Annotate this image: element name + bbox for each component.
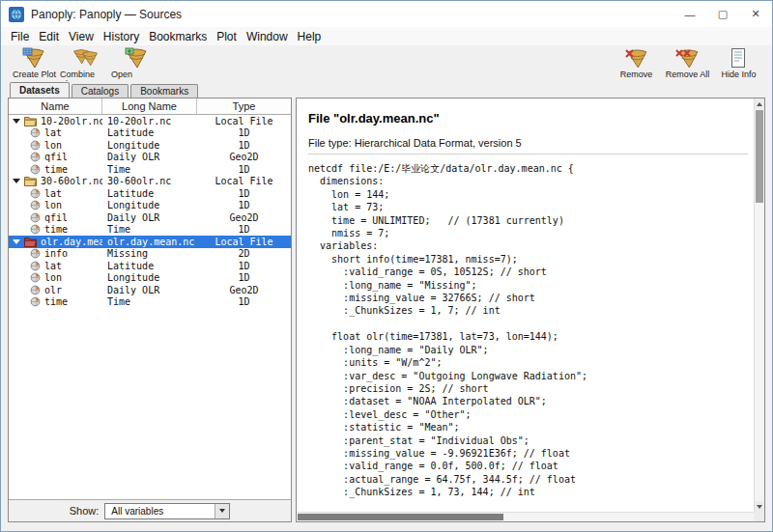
tree-column-headers: NameLong NameType — [9, 98, 291, 115]
menu-window[interactable]: Window — [242, 30, 293, 43]
tree-row-label: lon — [44, 140, 62, 151]
cell-name: olr — [9, 285, 102, 295]
toolbar-right-group: RemoveRemove AllHide Info — [611, 46, 764, 79]
cell-type: 1D — [197, 140, 291, 151]
tree-row-label: 10-20olr.nc — [41, 116, 102, 126]
menu-file[interactable]: File — [6, 30, 34, 43]
cell-name: 10-20olr.nc — [9, 116, 102, 126]
tree-row-label: lat — [44, 127, 62, 138]
tree-row[interactable]: 30-60olr.nc30-60olr.ncLocal File — [9, 176, 291, 188]
column-header-name[interactable]: Name — [9, 98, 102, 114]
tree-row[interactable]: latLatitude1D — [9, 260, 291, 272]
menu-history[interactable]: History — [99, 30, 144, 43]
chevron-down-icon[interactable] — [215, 504, 229, 518]
variable-icon — [30, 164, 41, 175]
cell-long-name: Latitude — [102, 127, 197, 138]
window-controls: — ▢ ✕ — [673, 1, 772, 27]
cell-name: info — [9, 248, 102, 259]
minimize-button[interactable]: — — [673, 1, 706, 27]
menu-bookmarks[interactable]: Bookmarks — [144, 30, 212, 43]
cell-long-name: Daily OLR — [102, 285, 197, 295]
cell-name: lon — [9, 200, 102, 210]
cell-name: qfil — [9, 152, 102, 162]
cell-type: Local File — [197, 116, 291, 126]
tree-row[interactable]: qfilDaily OLRGeo2D — [9, 152, 291, 164]
cell-name: olr.day.mea... — [9, 237, 102, 247]
remove-all-icon — [675, 47, 700, 70]
hide-info-button[interactable]: Hide Info — [713, 46, 764, 79]
dataset-icon — [24, 237, 37, 247]
column-header-type[interactable]: Type — [197, 98, 291, 114]
tree-row[interactable]: latLatitude1D — [9, 187, 291, 200]
show-label: Show: — [70, 505, 100, 517]
toolbar: Create PlotCombine PlotOpen Dataset Remo… — [1, 45, 772, 81]
cell-long-name: Time — [102, 224, 197, 235]
toolbar-button-label: Create Plot — [13, 70, 56, 79]
cell-name: time — [9, 224, 102, 235]
cell-long-name: Missing — [102, 248, 197, 259]
scroll-down-icon[interactable] — [755, 501, 764, 512]
tree-row[interactable]: 10-20olr.nc10-20olr.ncLocal File — [9, 115, 291, 127]
tree-row[interactable]: infoMissing2D — [9, 248, 291, 261]
netcdf-header-dump: netcdf file:/E:/毕业论文/data/olr.day.mean.n… — [308, 162, 754, 512]
tree-row-label: time — [44, 224, 68, 235]
cell-type: 1D — [197, 164, 291, 175]
menu-edit[interactable]: Edit — [34, 30, 64, 43]
cell-type: 2D — [197, 248, 291, 259]
horizontal-scrollbar[interactable] — [297, 512, 754, 521]
tree-row[interactable]: olr.day.mea...olr.day.mean.ncLocal File — [9, 236, 291, 248]
tree-row[interactable]: olrDaily OLRGeo2D — [9, 284, 291, 296]
app-window: Panoply: Panoply — Sources — ▢ ✕ FileEdi… — [0, 0, 773, 532]
tree-row[interactable]: timeTime1D — [9, 296, 291, 309]
expander-icon[interactable] — [13, 239, 20, 244]
close-button[interactable]: ✕ — [739, 1, 772, 27]
cell-long-name: Daily OLR — [102, 212, 197, 223]
cell-type: 1D — [197, 296, 291, 307]
cell-long-name: olr.day.mean.nc — [102, 237, 197, 247]
menu-view[interactable]: View — [64, 30, 99, 43]
cell-long-name: Latitude — [102, 188, 197, 199]
tab-datasets[interactable]: Datasets — [10, 82, 70, 98]
scrollbar-corner — [754, 512, 764, 521]
vertical-scrollbar[interactable] — [754, 98, 764, 512]
tree-row-label: lat — [44, 188, 62, 199]
remove-all-button[interactable]: Remove All — [662, 46, 713, 79]
expander-icon[interactable] — [13, 179, 20, 183]
cell-name: lat — [9, 127, 102, 138]
maximize-button[interactable]: ▢ — [706, 1, 739, 27]
toolbar-button-label: Remove All — [666, 70, 710, 79]
tree-row[interactable]: qfilDaily OLRGeo2D — [9, 211, 291, 224]
tab-catalogs[interactable]: Catalogs — [72, 84, 129, 98]
scroll-up-icon[interactable] — [755, 98, 764, 109]
tree-row[interactable]: timeTime1D — [9, 163, 291, 176]
cell-type: 1D — [197, 224, 291, 235]
vertical-scrollbar-thumb[interactable] — [756, 110, 763, 203]
cell-long-name: Longitude — [102, 140, 197, 151]
cell-long-name: Time — [102, 164, 197, 175]
remove-button[interactable]: Remove — [611, 46, 662, 79]
tab-bar: DatasetsCatalogsBookmarks — [1, 81, 772, 98]
tree-row[interactable]: latLatitude1D — [9, 127, 291, 140]
menu-help[interactable]: Help — [293, 30, 327, 43]
tab-bookmarks[interactable]: Bookmarks — [130, 84, 198, 98]
window-title: Panoply: Panoply — Sources — [31, 8, 182, 21]
menu-plot[interactable]: Plot — [212, 30, 242, 43]
tree-row[interactable]: timeTime1D — [9, 224, 291, 237]
cell-name: lat — [9, 188, 102, 199]
tree-row[interactable]: lonLongitude1D — [9, 200, 291, 212]
horizontal-scrollbar-thumb[interactable] — [298, 514, 503, 520]
tree-row[interactable]: lonLongitude1D — [9, 139, 291, 152]
tree-row-label: olr.day.mea... — [41, 237, 102, 247]
variable-icon — [30, 200, 41, 210]
main-content: NameLong NameType 10-20olr.nc10-20olr.nc… — [1, 98, 772, 531]
dataset-icon — [24, 176, 37, 186]
column-header-long-name[interactable]: Long Name — [102, 98, 197, 114]
tree-row-label: qfil — [44, 152, 68, 162]
tree-row-label: 30-60olr.nc — [41, 176, 102, 186]
tree-row-label: lat — [44, 261, 62, 271]
expander-icon[interactable] — [13, 119, 20, 124]
show-variables-select[interactable]: All variables — [104, 503, 230, 519]
tree-row[interactable]: lonLongitude1D — [9, 272, 291, 285]
tree-row-label: qfil — [44, 212, 68, 223]
show-variables-value: All variables — [111, 506, 163, 517]
